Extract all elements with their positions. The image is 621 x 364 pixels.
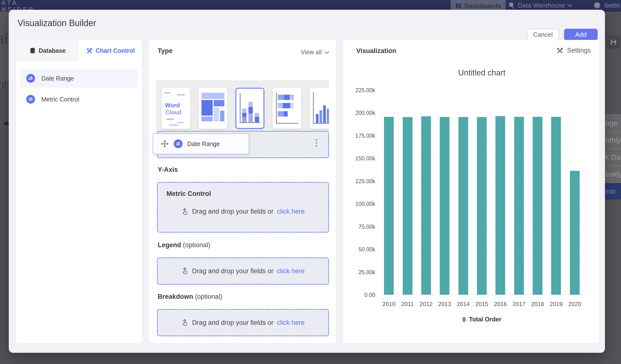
legend-dropzone[interactable]: Drag and drop your fields or click here [157,258,329,285]
sliders-icon [26,95,35,104]
chart-legend: Total Order [380,316,584,323]
drop-hint-text: Drag and drop your fields or [192,208,274,215]
chevron-down-icon [324,49,329,54]
save-icon [610,38,617,46]
view-all-dropdown[interactable]: View all [301,49,328,56]
dropdown-option[interactable]: nthly [605,131,621,148]
legend-label: Total Order [469,316,501,323]
drop-hint-text: Drag and drop your fields or [192,267,274,275]
y-axis-tick-label: 100.00k [343,201,375,207]
tab-chart-control-label: Chart Control [96,47,135,54]
dropdown-option[interactable]: eekly [605,165,621,182]
y-axis-tick-label: 225.00k [343,87,375,94]
type-card-stacked-column[interactable] [236,88,264,129]
y-axis-tick-label: 50.00k [343,246,375,253]
nav-settings[interactable]: Settin [594,0,620,11]
date-range-chip[interactable]: Date Range [153,133,249,154]
x-axis-tick-label: 2012 [417,301,435,308]
background-text-fragment: al [0,30,8,48]
page-title: Visualization Builder [17,18,96,28]
database-icon [29,48,36,54]
tab-database[interactable]: Database [16,40,79,61]
y-axis-tick-label: 0.00 [343,292,375,298]
field-item-metric-control[interactable]: Metric Control [20,90,138,108]
click-here-link[interactable]: click here [277,319,305,327]
visualization-header: Visualization [356,47,397,55]
bar-2016[interactable] [495,116,505,295]
type-card-word-cloud[interactable]: Word Cloud [162,88,190,129]
bar-2013[interactable] [440,117,449,295]
bar-2012[interactable] [421,116,431,295]
type-card-treemap[interactable] [199,88,227,129]
dashboard-icon [455,3,462,9]
add-button[interactable]: Add [564,29,598,40]
view-all-label: View all [301,49,322,56]
database-user-icon [508,2,515,9]
hand-click-icon [181,208,189,215]
chart-title: Untitled chart [380,68,584,77]
background-dropdown: nge nthly k Date eekly ear [605,114,621,200]
thumbnail-axis [240,93,241,123]
tools-icon [556,47,564,54]
bar-2019[interactable] [551,117,561,295]
type-card-column[interactable] [310,88,329,129]
bar-2018[interactable] [533,117,542,295]
y-axis-tick-label: 75.00k [343,224,375,230]
bar-2011[interactable] [403,117,413,295]
field-item-date-range[interactable]: Date Range [20,69,138,87]
chevron-down-icon [567,2,572,7]
chart-plot: 225.00k200.00k175.00k150.00k125.00k100.0… [380,90,584,295]
y-axis-tick-label: 25.00k [343,269,375,276]
kebab-menu-icon[interactable] [313,139,319,146]
tab-database-label: Database [39,47,66,54]
chip-label: Date Range [187,140,220,147]
fields-panel: Database Chart Control Date Range Metric… [16,40,142,343]
visualization-builder-modal: Visualization Builder Cancel Add Databas… [9,10,605,353]
bullet-icon [4,122,9,125]
bar-2017[interactable] [514,117,524,295]
sliders-icon [26,74,35,83]
drop-hint-text: Drag and drop your fields or [192,319,274,327]
y-axis-dropzone[interactable]: Metric Control Drag and drop your fields… [157,182,329,233]
nav-data-warehouse[interactable]: Data Warehouse [508,0,571,11]
bar-2010[interactable] [384,117,394,295]
metric-control-group-title: Metric Control [166,190,328,198]
sliders-icon [174,139,183,148]
y-axis-section-label: Y-Axis [158,166,178,173]
x-axis-tick-label: 2018 [528,301,547,308]
background-panel [0,12,9,89]
breakdown-dropzone[interactable]: Drag and drop your fields or click here [157,309,329,336]
cancel-button[interactable]: Cancel [527,29,559,40]
click-here-link[interactable]: click here [277,208,305,215]
y-axis-tick-label: 200.00k [343,110,375,116]
dropdown-option[interactable]: k Date [605,148,621,165]
x-axis-tick-label: 2011 [398,301,417,308]
gridline [380,295,584,295]
bar-2020[interactable] [570,171,580,295]
nav-settings-label: Settin [604,2,620,9]
thumbnail-axis [313,92,314,124]
chart-type-strip: Word Cloud [156,80,329,136]
tab-chart-control[interactable]: Chart Control [79,40,142,61]
column-thumbnail [316,105,329,123]
nav-dashboards-label: Dashboards [465,2,501,10]
type-card-stacked-bar[interactable] [273,88,301,129]
gridline [380,113,584,113]
gear-icon [594,2,601,9]
save-button[interactable] [607,35,620,49]
hand-click-icon [181,267,189,275]
hand-click-icon [181,319,189,326]
chart-settings-button[interactable]: Settings [556,47,591,54]
bar-2015[interactable] [477,117,487,295]
treemap-thumbnail [202,91,224,125]
visualization-panel: Visualization Settings Untitled chart 22… [343,40,599,343]
x-axis-tick-label: 2020 [566,301,584,308]
dropdown-option-selected[interactable]: ear [605,182,621,200]
dropdown-option[interactable]: nge [605,114,621,131]
click-here-link[interactable]: click here [277,267,305,275]
field-item-label: Date Range [41,75,74,82]
field-item-label: Metric Control [41,96,79,103]
breakdown-section-label: Breakdown (optional) [158,293,223,300]
bar-2014[interactable] [458,117,468,295]
y-axis-tick-label: 125.00k [343,178,375,185]
